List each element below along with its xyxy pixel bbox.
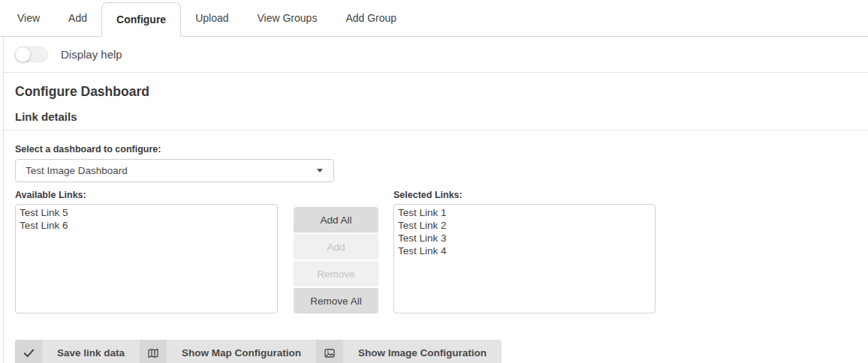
list-item[interactable]: Test Link 1 [394,206,655,219]
show-image-configuration-button[interactable]: Show Image Configuration [316,340,502,363]
available-links-label: Available Links: [15,190,278,200]
remove-all-button[interactable]: Remove All [294,288,378,314]
add-button[interactable]: Add [294,234,378,260]
selected-links-column: Selected Links: Test Link 1 Test Link 2 … [393,190,656,314]
remove-button[interactable]: Remove [294,261,378,286]
chevron-down-icon [317,169,323,172]
tab-add-group[interactable]: Add Group [331,0,411,36]
display-help-row: Display help [4,37,868,72]
tab-add[interactable]: Add [54,0,101,36]
divider [4,130,868,130]
list-item[interactable]: Test Link 6 [16,219,277,232]
tab-view[interactable]: View [3,0,54,36]
tab-view-groups[interactable]: View Groups [243,0,332,36]
display-help-toggle[interactable] [15,46,48,62]
show-map-configuration-button[interactable]: Show Map Configuration [140,340,316,363]
map-icon [140,340,167,363]
list-item[interactable]: Test Link 2 [394,219,655,232]
tab-upload[interactable]: Upload [181,0,243,36]
available-links-listbox[interactable]: Test Link 5 Test Link 6 [15,204,278,314]
dashboard-select[interactable]: Test Image Dashboard [15,159,334,182]
selected-links-listbox[interactable]: Test Link 1 Test Link 2 Test Link 3 Test… [393,204,656,314]
page-title: Configure Dashboard [15,84,868,100]
link-transfer-section: Available Links: Test Link 5 Test Link 6… [15,190,868,314]
check-icon [15,340,42,363]
add-all-button[interactable]: Add All [294,207,378,232]
transfer-buttons: Add All Add Remove Remove All [294,207,378,314]
show-map-configuration-label: Show Map Configuration [167,340,316,363]
image-icon [316,340,343,363]
tab-bar: View Add Configure Upload View Groups Ad… [0,0,868,37]
toggle-knob-icon [15,46,31,62]
section-title: Link details [15,110,868,123]
tab-configure[interactable]: Configure [101,2,181,37]
selected-links-label: Selected Links: [393,190,656,200]
display-help-label: Display help [61,48,122,61]
available-links-column: Available Links: Test Link 5 Test Link 6 [15,190,278,314]
list-item[interactable]: Test Link 4 [394,244,655,257]
list-item[interactable]: Test Link 5 [16,206,277,219]
show-image-configuration-label: Show Image Configuration [343,340,502,363]
divider [4,72,868,73]
dashboard-select-value: Test Image Dashboard [26,165,317,176]
save-link-data-label: Save link data [42,340,140,363]
action-bar: Save link data Show Map Configuration Sh… [15,340,502,363]
list-item[interactable]: Test Link 3 [394,232,655,244]
save-link-data-button[interactable]: Save link data [15,340,140,363]
configure-tab-panel: Display help Configure Dashboard Link de… [3,37,868,363]
dashboard-select-label: Select a dashboard to configure: [15,144,868,154]
